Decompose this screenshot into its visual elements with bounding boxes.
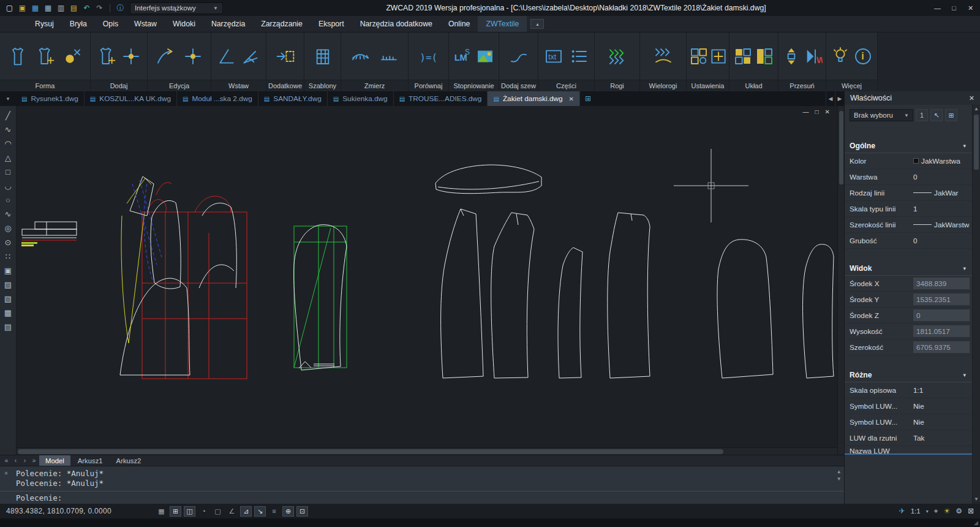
command-close-icon[interactable]: ✕ (4, 469, 8, 476)
extras-icon[interactable] (274, 42, 297, 70)
rectangle-tool-icon[interactable]: □ (1, 165, 15, 178)
pattern-sleeve-white-overlay[interactable] (294, 225, 347, 370)
annotation-toggle-icon[interactable]: ⊕ (282, 506, 294, 517)
save-all-icon[interactable]: ▦ (42, 2, 54, 14)
selection-dropdown[interactable]: Brak wyboru ▼ (850, 109, 913, 121)
first-layout-icon[interactable]: « (2, 457, 10, 464)
shape-point-icon[interactable] (61, 42, 84, 70)
multicorners-icon[interactable] (652, 42, 675, 70)
ellipse-tool-icon[interactable]: ⊙ (1, 235, 15, 249)
grading-icon[interactable]: LMS (451, 42, 474, 70)
isolate-icon[interactable]: ☀ (943, 507, 950, 515)
pattern-back-panel[interactable] (608, 213, 650, 378)
workspace-dropdown[interactable]: Interfejs wstążkowy ▼ (130, 2, 223, 14)
shape-vest-icon[interactable] (6, 42, 29, 70)
arc-tool-icon[interactable]: ◠ (1, 137, 15, 150)
preview-icon[interactable]: ▤ (68, 2, 80, 14)
menu-tab-narzędzia-dodatkowe[interactable]: Narzędzia dodatkowe (352, 16, 440, 32)
new-file-icon[interactable]: ▢ (4, 2, 15, 14)
polygon-tool-icon[interactable]: △ (1, 151, 15, 164)
properties-scroll-thumb[interactable] (974, 115, 979, 170)
prev-layout-icon[interactable]: ‹ (12, 457, 20, 464)
ribbon-collapse-icon[interactable]: ▴ (530, 19, 544, 29)
new-document-icon[interactable]: ⊞ (580, 91, 596, 106)
doc-tab-sukienka.dwg[interactable]: ▤Sukienka.dwg (328, 91, 394, 106)
pattern-blue-dashed-lines[interactable] (132, 180, 162, 282)
open-folder-icon[interactable]: ▣ (17, 2, 28, 14)
polyline-tool-icon[interactable]: ∿ (1, 123, 15, 136)
hatch-tool-icon[interactable]: ▨ (1, 278, 15, 291)
settings-gear-icon[interactable]: ⚙ (956, 507, 962, 515)
menu-tab-zarządzanie[interactable]: Zarządzanie (253, 16, 311, 32)
parts-list-icon[interactable] (567, 42, 590, 70)
quick-select-icon[interactable]: ↖ (930, 109, 943, 121)
play-icon[interactable]: W (802, 42, 824, 70)
menu-tab-online[interactable]: Online (440, 16, 478, 32)
menu-tab-rysuj[interactable]: Rysuj (27, 16, 62, 32)
vscroll-thumb[interactable] (839, 111, 843, 184)
corners-icon[interactable] (606, 42, 629, 70)
edit-pin-icon[interactable] (181, 42, 205, 70)
command-prompt[interactable]: Polecenie: (16, 493, 62, 503)
line-tool-icon[interactable]: ╱ (1, 108, 15, 122)
etrack-toggle-icon[interactable]: ∠ (226, 506, 238, 517)
menu-tab-widoki[interactable]: Widoki (165, 16, 203, 32)
close-button[interactable]: ✕ (962, 1, 979, 15)
doc-tab-żakiet-damski.dwg[interactable]: ▤Żakiet damski.dwg✕ (488, 91, 580, 106)
table-tool-icon[interactable]: ▤ (1, 320, 15, 333)
pattern-red-grid[interactable] (142, 183, 247, 379)
layout-tab-model[interactable]: Model (39, 455, 70, 466)
grid-tool-icon[interactable]: ▦ (1, 306, 15, 319)
model-space-toggle-icon[interactable]: ≡ (268, 506, 280, 517)
move-icon[interactable] (781, 42, 802, 70)
fullscreen-icon[interactable]: ⊠ (968, 507, 974, 515)
legend-block[interactable] (22, 222, 77, 238)
measure-ruler-icon[interactable] (377, 42, 401, 70)
polar-toggle-icon[interactable]: ◔ (198, 506, 209, 517)
print-icon[interactable]: ▥ (55, 2, 67, 14)
pattern-front-panel[interactable] (441, 209, 483, 378)
undo-icon[interactable]: ↶ (81, 2, 92, 14)
more-info-icon[interactable]: i (852, 42, 875, 70)
layout-tiles-icon[interactable] (732, 42, 754, 70)
menu-tab-opis[interactable]: Opis (95, 16, 126, 32)
tab-scroll-left-icon[interactable]: ◀ (826, 91, 835, 106)
compare-icon[interactable]: )=( (417, 42, 440, 70)
property-value[interactable]: 3488.839 (913, 278, 970, 289)
property-value[interactable]: 6705.9375 (913, 341, 970, 353)
doc-restore-icon[interactable]: □ (815, 108, 819, 115)
model-canvas[interactable]: —□✕ (17, 106, 837, 447)
doc-tab-trouse...adies.dwg[interactable]: ▤TROUSE...ADIES.dwg (394, 91, 488, 106)
seam-icon[interactable] (507, 42, 530, 70)
section-header-widok[interactable]: Widok▾ (845, 261, 972, 276)
menu-tab-zwtextile[interactable]: ZWTextile (478, 16, 527, 32)
donut-tool-icon[interactable]: ◎ (1, 221, 15, 235)
pattern-undersleeve[interactable] (803, 245, 834, 378)
snap-toggle-icon[interactable]: ⊞ (170, 506, 181, 517)
menu-tab-bryła[interactable]: Bryła (62, 16, 95, 32)
command-window[interactable]: ✕ Polecenie: *Anuluj*Polecenie: *Anuluj*… (0, 466, 844, 504)
pattern-green-block[interactable] (294, 226, 347, 368)
shape-vest-edit-icon[interactable] (34, 42, 57, 70)
templates-icon[interactable] (311, 42, 334, 70)
layout-tab-arkusz2[interactable]: Arkusz2 (110, 455, 148, 466)
pickbox-icon[interactable]: ⌖ (934, 507, 938, 515)
doc-tab-rysunek1.dwg[interactable]: ▤Rysunek1.dwg (16, 91, 85, 106)
resize-grip-icon[interactable]: ◢ (974, 520, 978, 526)
info-icon[interactable]: ⓘ (115, 2, 126, 14)
layout-tiles2-icon[interactable] (754, 42, 776, 70)
parts-text-icon[interactable]: txt (542, 42, 565, 70)
scroll-up-icon[interactable]: ▲ (974, 105, 979, 113)
pick-one-icon[interactable]: 1 (916, 109, 928, 121)
pattern-white-pieces-left[interactable] (120, 176, 236, 375)
minimize-button[interactable]: — (929, 1, 946, 15)
edit-curve-icon[interactable] (154, 42, 177, 70)
pattern-collar[interactable] (435, 165, 541, 194)
workspace-toggle-icon[interactable]: ⊡ (296, 506, 308, 517)
doc-tab-koszul...ka-uk.dwg[interactable]: ▤KOSZUL...KA UK.dwg (85, 91, 177, 106)
circle-tool-icon[interactable]: ○ (1, 193, 15, 207)
scroll-up-icon[interactable]: ▲ (837, 469, 840, 474)
property-value[interactable]: 1811.0517 (913, 325, 970, 337)
section-header-różne[interactable]: Różne▾ (845, 368, 972, 382)
vertical-scrollbar[interactable] (837, 106, 844, 455)
